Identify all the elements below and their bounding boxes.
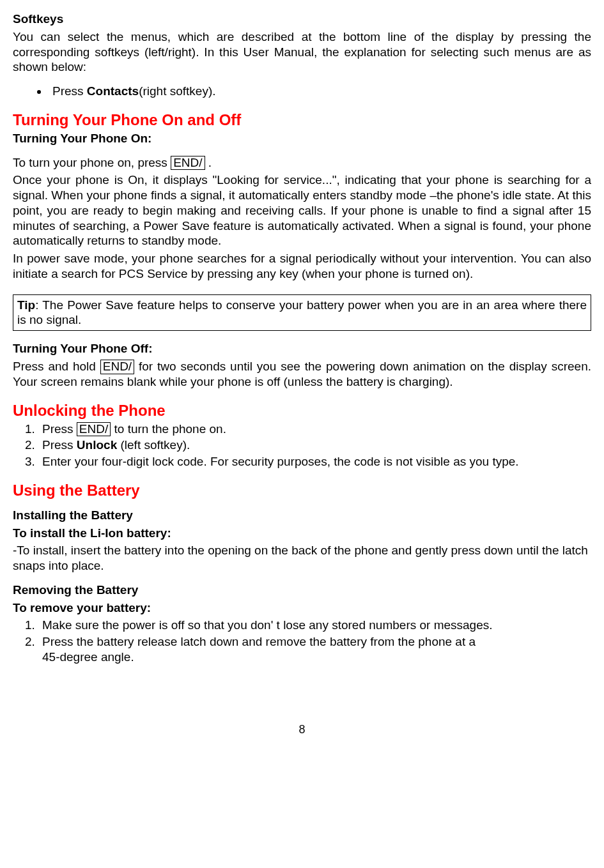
tip-box: Tip: The Power Save feature helps to con… [13,294,591,331]
tip-label: Tip [17,298,35,312]
unlock-step-1: Press END/ to turn the phone on. [38,422,591,437]
turning-on-post: . [205,156,212,169]
remove-battery-h1: Removing the Battery [13,582,591,598]
turning-on-pre: To turn your phone on, press [13,156,171,169]
install-battery-h1: Installing the Battery [13,508,591,523]
turning-off-heading: Turning Your Phone Off: [13,341,591,356]
unlock-step-2: Press Unlock (left softkey). [38,438,591,453]
unlock-step2-post: (left softkey). [117,438,190,452]
softkeys-bullet-post: (right softkey). [139,84,215,98]
turning-on-heading: Turning Your Phone On: [13,131,591,146]
section-battery-heading: Using the Battery [13,481,591,500]
end-key-icon: END/ [100,360,134,374]
softkeys-paragraph: You can select the menus, which are desc… [13,29,591,75]
turning-on-line1: To turn your phone on, press END/ . [13,155,591,171]
install-battery-h2: To install the Li-Ion battery: [13,526,591,541]
unlock-step2-pre: Press [42,438,77,452]
end-key-icon: END/ [77,422,111,437]
install-battery-body: -To install, insert the battery into the… [13,543,591,574]
unlock-step1-pre: Press [42,422,77,436]
remove-battery-h2: To remove your battery: [13,600,591,616]
turning-off-body: Press and hold END/ for two seconds unti… [13,359,591,390]
section-turning-heading: Turning Your Phone On and Off [13,110,591,130]
remove-step2a: Press the battery release latch down and… [42,635,476,648]
turning-on-para3: In power save mode, your phone searches … [13,251,591,282]
page-number: 8 [13,722,591,737]
unlock-step2-bold: Unlock [77,438,117,452]
turning-on-para2: Once your phone is On, it displays "Look… [13,172,591,248]
tip-body: : The Power Save feature helps to conser… [17,298,587,327]
end-key-icon: END/ [171,156,205,171]
remove-step-1: Make sure the power is off so that you d… [38,618,591,633]
unlock-step-3: Enter your four-digit lock code. For sec… [38,454,591,469]
softkeys-bullet-bold: Contacts [87,84,139,98]
softkeys-bullet-pre: Press [52,84,87,98]
section-unlock-heading: Unlocking the Phone [13,401,591,420]
remove-step-2: Press the battery release latch down and… [38,634,591,665]
unlock-step1-post: to turn the phone on. [111,422,226,436]
softkeys-bullet: Press Contacts(right softkey). [49,84,591,99]
turning-off-pre: Press and hold [13,360,100,373]
remove-step2b: 45-degree angle. [42,650,134,664]
softkeys-heading: Softkeys [13,11,591,27]
